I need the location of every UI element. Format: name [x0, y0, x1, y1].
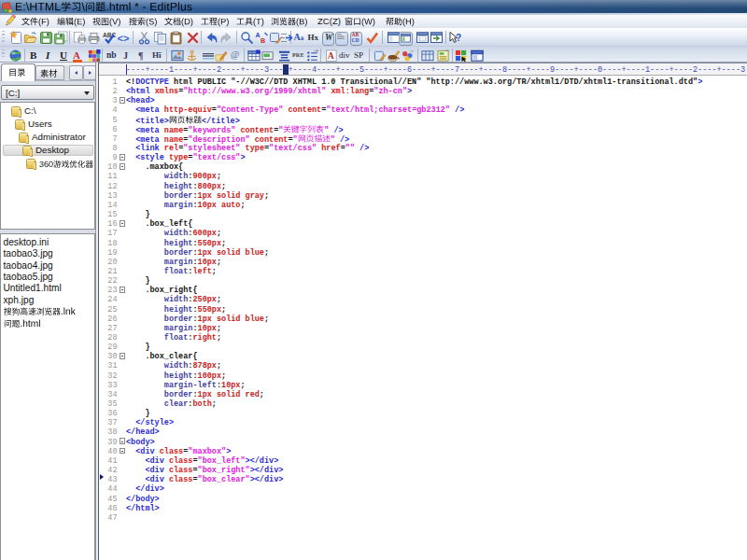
svg-text:A: A — [328, 50, 334, 61]
svg-text:B: B — [261, 37, 265, 44]
svg-text:?: ? — [456, 33, 461, 43]
svg-text:A: A — [256, 32, 261, 38]
svg-text:<>: <> — [118, 33, 130, 44]
